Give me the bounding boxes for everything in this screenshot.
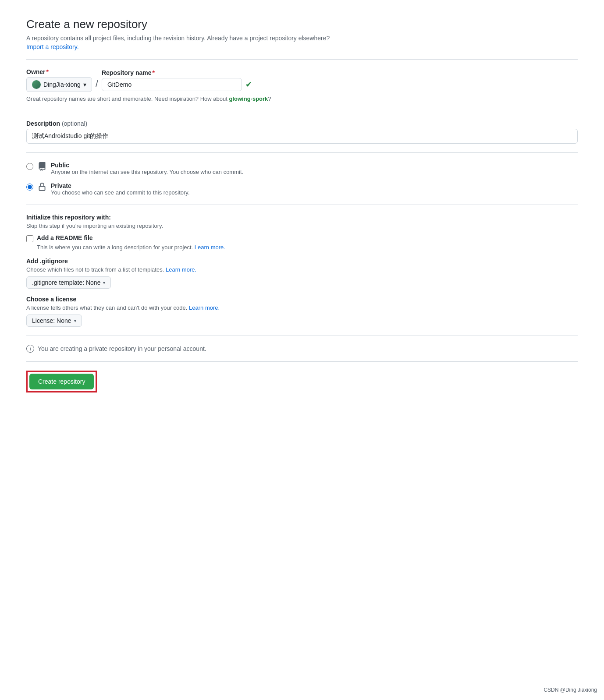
private-option[interactable]: Private You choose who can see and commi… <box>26 182 578 196</box>
slash-separator: / <box>96 78 98 90</box>
description-label: Description (optional) <box>26 120 578 127</box>
owner-required: * <box>46 68 49 75</box>
page-title: Create a new repository <box>26 18 578 31</box>
gitignore-title: Add .gitignore <box>26 258 578 265</box>
license-desc: A license tells others what they can and… <box>26 304 578 311</box>
owner-repo-row: Owner* DingJia-xiong ▾ / Repository name… <box>26 68 578 92</box>
public-option[interactable]: Public Anyone on the internet can see th… <box>26 162 578 175</box>
repo-name-required: * <box>153 69 155 76</box>
check-icon: ✔ <box>245 80 252 89</box>
description-section: Description (optional) <box>26 120 578 144</box>
description-input[interactable] <box>26 129 578 144</box>
submit-divider <box>26 336 578 336</box>
license-section: Choose a license A license tells others … <box>26 296 578 327</box>
import-repo-link[interactable]: Import a repository. <box>26 43 79 50</box>
gitignore-dropdown[interactable]: .gitignore template: None ▾ <box>26 276 111 289</box>
suggestion-link[interactable]: glowing-spork <box>229 95 268 102</box>
create-btn-highlight-box: Create repository <box>26 371 97 392</box>
owner-name: DingJia-xiong <box>43 81 81 88</box>
import-link-text: Import a repository. <box>26 43 578 50</box>
private-title: Private <box>51 182 578 189</box>
gitignore-section: Add .gitignore Choose which files not to… <box>26 258 578 289</box>
license-chevron-icon: ▾ <box>74 318 76 323</box>
initialize-section: Initialize this repository with: Skip th… <box>26 214 578 251</box>
license-learn-more-link[interactable]: Learn more. <box>189 304 220 311</box>
license-title: Choose a license <box>26 296 578 303</box>
repo-name-input[interactable] <box>102 78 242 91</box>
init-subtitle: Skip this step if you're importing an ex… <box>26 223 578 229</box>
public-desc: Anyone on the internet can see this repo… <box>51 169 578 175</box>
repo-name-hint: Great repository names are short and mem… <box>26 95 578 102</box>
header-divider <box>26 59 578 60</box>
readme-learn-more-link[interactable]: Learn more. <box>195 244 225 251</box>
gitignore-dropdown-label: .gitignore template: None <box>32 279 100 286</box>
readme-desc: This is where you can write a long descr… <box>37 244 578 251</box>
gitignore-desc: Choose which files not to track from a l… <box>26 266 578 273</box>
repo-name-label: Repository name* <box>102 69 252 76</box>
private-notice: i You are creating a private repository … <box>26 345 578 353</box>
owner-avatar <box>32 80 41 89</box>
page-subtitle: A repository contains all project files,… <box>26 35 578 42</box>
owner-dropdown[interactable]: DingJia-xiong ▾ <box>26 77 92 92</box>
public-title: Public <box>51 162 578 169</box>
private-desc: You choose who can see and commit to thi… <box>51 189 578 196</box>
visibility-divider <box>26 152 578 153</box>
readme-row: Add a README file <box>26 234 578 242</box>
visibility-section: Public Anyone on the internet can see th… <box>26 162 578 196</box>
license-dropdown-label: License: None <box>32 317 71 324</box>
chevron-down-icon: ▾ <box>83 81 86 88</box>
license-dropdown[interactable]: License: None ▾ <box>26 315 82 327</box>
create-repository-button[interactable]: Create repository <box>29 374 94 389</box>
init-divider <box>26 205 578 205</box>
private-radio[interactable] <box>26 184 33 191</box>
lock-icon <box>38 183 46 194</box>
private-details: Private You choose who can see and commi… <box>51 182 578 196</box>
book-icon <box>38 162 46 173</box>
owner-repo-section: Owner* DingJia-xiong ▾ / Repository name… <box>26 68 578 102</box>
owner-label: Owner* <box>26 68 92 75</box>
description-divider <box>26 111 578 111</box>
owner-field-group: Owner* DingJia-xiong ▾ <box>26 68 92 92</box>
public-radio[interactable] <box>26 163 33 170</box>
repo-name-field-group: Repository name* ✔ <box>102 69 252 91</box>
gitignore-chevron-icon: ▾ <box>103 280 105 285</box>
notice-text: You are creating a private repository in… <box>38 345 206 352</box>
readme-checkbox[interactable] <box>26 235 33 242</box>
init-title: Initialize this repository with: <box>26 214 578 221</box>
gitignore-learn-more-link[interactable]: Learn more. <box>166 266 196 273</box>
info-icon: i <box>26 345 34 353</box>
readme-label[interactable]: Add a README file <box>37 234 93 241</box>
optional-tag: (optional) <box>62 120 87 127</box>
public-details: Public Anyone on the internet can see th… <box>51 162 578 175</box>
button-divider <box>26 361 578 362</box>
